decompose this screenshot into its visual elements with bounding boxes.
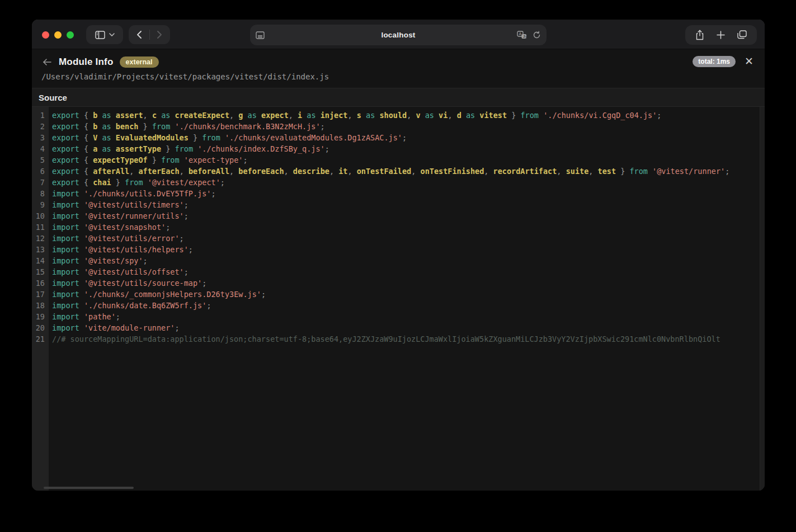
page-title: Module Info <box>59 57 114 68</box>
code-line: 18import './chunks/date.Bq6ZW5rf.js'; <box>32 300 760 311</box>
code-line: 12import '@vitest/utils/error'; <box>32 233 760 244</box>
code-line: 6export { afterAll, afterEach, beforeAll… <box>32 166 760 177</box>
code-line: 7export { chai } from '@vitest/expect'; <box>32 177 760 188</box>
code-text: import 'pathe'; <box>49 311 120 322</box>
code-text: export { expectTypeOf } from 'expect-typ… <box>49 154 248 166</box>
code-text: import '@vitest/runner/utils'; <box>49 210 189 222</box>
code-text: import '@vitest/utils/error'; <box>49 233 184 244</box>
browser-window: localhost A あ <box>32 20 765 491</box>
code-text: import './chunks/date.Bq6ZW5rf.js'; <box>49 300 211 311</box>
code-editor[interactable]: 1export { b as assert, c as createExpect… <box>32 107 765 491</box>
code-text: export { a as assertType } from './chunk… <box>49 143 329 154</box>
forward-nav-button[interactable] <box>150 25 170 44</box>
line-number: 21 <box>32 333 49 345</box>
line-number: 8 <box>32 188 49 199</box>
code-line: 16import '@vitest/utils/source-map'; <box>32 277 760 289</box>
source-label: Source <box>39 93 67 102</box>
address-bar[interactable]: localhost A あ <box>250 25 547 45</box>
code-line: 5export { expectTypeOf } from 'expect-ty… <box>32 154 760 166</box>
code-text: export { b as assert, c as createExpect,… <box>49 110 661 121</box>
back-nav-button[interactable] <box>129 25 149 44</box>
horizontal-scrollbar-thumb[interactable] <box>44 487 134 489</box>
code-text: import '@vitest/utils/source-map'; <box>49 277 206 289</box>
line-number: 16 <box>32 277 49 289</box>
line-number: 15 <box>32 266 49 277</box>
share-icon[interactable] <box>695 30 704 40</box>
code-text: import '@vitest/utils/timers'; <box>49 199 189 210</box>
code-line: 1export { b as assert, c as createExpect… <box>32 110 760 121</box>
minimize-window-button[interactable] <box>54 31 62 39</box>
code-text: import '@vitest/spy'; <box>49 255 148 266</box>
total-time-badge: total: 1ms <box>693 56 736 67</box>
page-settings-icon[interactable] <box>256 31 265 39</box>
code-line: 11import '@vitest/snapshot'; <box>32 222 760 233</box>
code-text: import './chunks/utils.DvEY5TfP.js'; <box>49 188 216 199</box>
line-number: 11 <box>32 222 49 233</box>
sidebar-toggle[interactable] <box>86 25 123 44</box>
toolbar-actions <box>685 25 757 45</box>
code-line: 21//# sourceMappingURL=data:application/… <box>32 333 760 345</box>
module-info-header: Module Info external total: 1ms ✕ /Users… <box>32 49 765 88</box>
browser-toolbar: localhost A あ <box>32 20 765 49</box>
source-section-bar: Source <box>32 88 765 107</box>
close-window-button[interactable] <box>42 31 49 39</box>
code-line: 19import 'pathe'; <box>32 311 760 322</box>
code-text: export { afterAll, afterEach, beforeAll,… <box>49 166 729 177</box>
code-text: //# sourceMappingURL=data:application/js… <box>49 333 720 345</box>
line-number: 5 <box>32 154 49 166</box>
back-button[interactable] <box>41 58 53 67</box>
line-number: 4 <box>32 143 49 154</box>
vertical-scrollbar[interactable] <box>760 107 765 491</box>
code-text: import '@vitest/snapshot'; <box>49 222 170 233</box>
code-line: 2export { b as bench } from './chunks/be… <box>32 121 760 132</box>
chevron-left-icon <box>136 31 142 39</box>
sidebar-icon <box>95 31 105 39</box>
code-text: import '@vitest/utils/offset'; <box>49 266 189 277</box>
code-text: import 'vite/module-runner'; <box>49 322 180 333</box>
code-text: export { chai } from '@vitest/expect'; <box>49 177 225 188</box>
code-line: 9import '@vitest/utils/timers'; <box>32 199 760 210</box>
line-number: 12 <box>32 233 49 244</box>
module-info-page: Module Info external total: 1ms ✕ /Users… <box>32 49 765 491</box>
code-text: import '@vitest/utils/helpers'; <box>49 244 193 255</box>
zoom-window-button[interactable] <box>67 31 74 39</box>
line-number: 7 <box>32 177 49 188</box>
close-panel-button[interactable]: ✕ <box>742 54 756 69</box>
line-number: 17 <box>32 289 49 300</box>
line-number: 18 <box>32 300 49 311</box>
line-number: 1 <box>32 110 49 121</box>
code-line: 10import '@vitest/runner/utils'; <box>32 210 760 222</box>
code-text: export { b as bench } from './chunks/ben… <box>49 121 325 132</box>
line-number: 14 <box>32 255 49 266</box>
line-number: 20 <box>32 322 49 333</box>
nav-buttons <box>129 25 170 44</box>
code-line: 13import '@vitest/utils/helpers'; <box>32 244 760 255</box>
url-text: localhost <box>250 31 547 39</box>
line-number: 6 <box>32 166 49 177</box>
svg-text:あ: あ <box>523 34 527 39</box>
code-lines: 1export { b as assert, c as createExpect… <box>32 110 760 491</box>
external-badge: external <box>120 57 159 68</box>
file-path: /Users/vladimir/Projects/vitest/packages… <box>41 72 756 81</box>
traffic-lights <box>42 31 74 39</box>
back-arrow-icon <box>43 59 51 65</box>
svg-text:A: A <box>519 32 522 36</box>
line-number: 3 <box>32 132 49 143</box>
new-tab-icon[interactable] <box>717 31 725 39</box>
tab-overview-icon[interactable] <box>737 30 747 39</box>
code-line: 14import '@vitest/spy'; <box>32 255 760 266</box>
code-line: 4export { a as assertType } from './chun… <box>32 143 760 154</box>
line-number: 19 <box>32 311 49 322</box>
code-line: 15import '@vitest/utils/offset'; <box>32 266 760 277</box>
line-number: 13 <box>32 244 49 255</box>
line-number: 9 <box>32 199 49 210</box>
code-line: 17import './chunks/_commonjsHelpers.D26t… <box>32 289 760 300</box>
line-number: 10 <box>32 210 49 222</box>
translate-icon[interactable]: A あ <box>517 31 527 39</box>
reload-icon[interactable] <box>533 31 541 39</box>
code-line: 20import 'vite/module-runner'; <box>32 322 760 333</box>
code-line: 3export { V as EvaluatedModules } from '… <box>32 132 760 143</box>
line-number: 2 <box>32 121 49 132</box>
code-line: 8import './chunks/utils.DvEY5TfP.js'; <box>32 188 760 199</box>
code-text: export { V as EvaluatedModules } from '.… <box>49 132 407 143</box>
